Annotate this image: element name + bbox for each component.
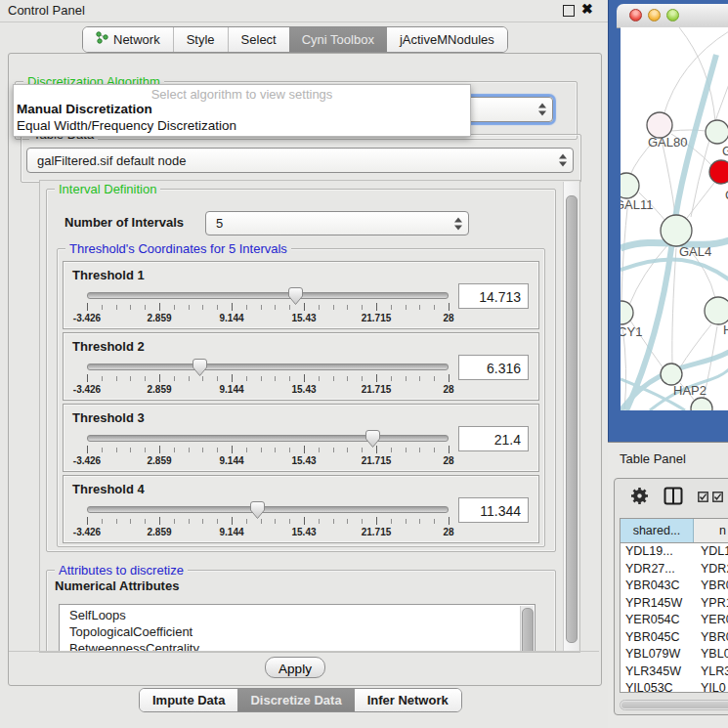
table-row[interactable]: YLR345WYLR3	[621, 664, 728, 681]
major-tick	[304, 374, 305, 382]
table-row[interactable]: YBR045CYBR0	[621, 629, 728, 647]
network-node[interactable]	[661, 364, 682, 385]
tick-label: 28	[443, 527, 453, 537]
threshold-panel: Threshold 4 -3.4262.8599.14415.4321.7152…	[63, 475, 539, 543]
slider-track[interactable]	[87, 435, 449, 442]
threshold-slider[interactable]: -3.4262.8599.14415.4321.71528	[87, 285, 449, 326]
zoom-light[interactable]	[666, 9, 679, 21]
list-item[interactable]: TopologicalCoefficient	[60, 623, 535, 640]
tab-jactivemnodules[interactable]: jActiveMNodules	[387, 27, 507, 52]
cell-shared-name[interactable]: YBR045C	[621, 629, 693, 647]
cell-shared-name[interactable]: YPR145W	[621, 595, 693, 613]
tab-discretize-data[interactable]: Discretize Data	[237, 689, 354, 711]
scrollbar-thumb[interactable]	[566, 195, 578, 643]
slider-thumb[interactable]	[364, 429, 381, 449]
cell-name[interactable]: YDL1	[693, 543, 728, 561]
tab-impute-data[interactable]: Impute Data	[140, 689, 237, 711]
network-node[interactable]	[691, 398, 712, 410]
number-of-intervals-combobox[interactable]: 5	[205, 211, 469, 236]
table-horizontal-scrollbar[interactable]	[620, 700, 728, 710]
scrollbar-thumb[interactable]	[621, 702, 728, 708]
network-window-titlebar[interactable]	[617, 4, 728, 28]
threshold-value-box[interactable]: 11.344	[458, 497, 529, 523]
tick-label: 28	[443, 313, 453, 323]
network-node-selected[interactable]	[709, 160, 728, 184]
tick-label: 2.859	[147, 455, 171, 466]
network-icon	[96, 27, 108, 52]
threshold-slider[interactable]: -3.4262.8599.14415.4321.71528	[87, 499, 449, 540]
slider-thumb[interactable]	[287, 286, 304, 306]
slider-track[interactable]	[87, 292, 449, 299]
threshold-slider[interactable]: -3.4262.8599.14415.4321.71528	[87, 357, 449, 398]
close-light[interactable]	[629, 9, 642, 21]
cell-shared-name[interactable]: YDL19...	[621, 543, 693, 561]
tick-label: 15.43	[291, 527, 316, 537]
float-icon[interactable]	[563, 5, 575, 17]
major-tick	[376, 517, 377, 525]
list-item[interactable]: SelfLoops	[60, 607, 535, 623]
cell-name[interactable]: YIL0	[693, 680, 728, 693]
group-title: Threshold's Coordinates for 5 Intervals	[65, 241, 291, 256]
apply-button[interactable]: Apply	[265, 657, 325, 678]
tab-cyni-toolbox[interactable]: Cyni Toolbox	[289, 27, 387, 52]
algorithm-dropdown-popup: Select algorithm to view settings Manual…	[13, 84, 471, 137]
threshold-slider[interactable]: -3.4262.8599.14415.4321.71528	[87, 428, 449, 469]
popup-option-equal-width[interactable]: Equal Width/Frequency Discretization	[14, 118, 470, 135]
bottom-tab-bar: Impute Data Discretize Data Infer Networ…	[139, 688, 462, 712]
cell-name[interactable]: YBR0	[693, 629, 728, 647]
cell-shared-name[interactable]: YBR043C	[621, 578, 693, 595]
table-row[interactable]: YDR27...YDR2	[621, 561, 728, 578]
slider-thumb[interactable]	[192, 358, 208, 377]
network-node[interactable]	[706, 120, 728, 144]
threshold-value-box[interactable]: 14.713	[458, 283, 529, 309]
cell-name[interactable]: YPR1	[693, 595, 728, 613]
slider-thumb[interactable]	[249, 500, 266, 520]
cell-shared-name[interactable]: YER054C	[621, 612, 693, 629]
tab-infer-network[interactable]: Infer Network	[355, 689, 461, 711]
settings-vertical-scrollbar[interactable]	[563, 182, 578, 651]
cell-name[interactable]: YBR0	[693, 578, 728, 595]
cell-name[interactable]: YLR3	[693, 664, 728, 681]
table-data-combobox[interactable]: galFiltered.sif default node	[26, 148, 574, 173]
table-row[interactable]: YDL19...YDL1	[621, 543, 728, 561]
table-row[interactable]: YBL079WYBL0	[621, 646, 728, 664]
network-node[interactable]	[705, 297, 728, 324]
cell-shared-name[interactable]: YIL053C	[621, 680, 693, 693]
minimize-light[interactable]	[648, 9, 661, 21]
popup-option-manual[interactable]: Manual Discretization	[14, 102, 470, 118]
gear-icon[interactable]	[630, 487, 649, 508]
table-row[interactable]: YPR145WYPR1	[621, 595, 728, 613]
tab-select[interactable]: Select	[228, 27, 289, 52]
slider-track[interactable]	[87, 506, 449, 513]
split-column-icon[interactable]	[664, 487, 683, 508]
numerical-attributes-list[interactable]: SelfLoopsTopologicalCoefficientBetweenne…	[59, 604, 535, 653]
cell-name[interactable]: YBL0	[693, 646, 728, 664]
column-header-shared[interactable]: shared...	[621, 519, 694, 542]
cell-name[interactable]: YER0	[693, 612, 728, 629]
network-node[interactable]	[621, 301, 633, 324]
threshold-value-box[interactable]: 21.4	[458, 426, 529, 451]
threshold-panel: Threshold 3 -3.4262.8599.14415.4321.7152…	[63, 404, 539, 472]
node-label: GAL80	[648, 135, 687, 150]
attributes-scrollbar[interactable]	[520, 606, 534, 653]
column-header-name[interactable]: n	[694, 519, 728, 542]
checkbox-icon[interactable]	[712, 491, 723, 505]
table-row[interactable]: YBR043CYBR0	[621, 578, 728, 595]
scrollbar-thumb[interactable]	[522, 608, 534, 653]
network-node[interactable]	[621, 173, 639, 198]
slider-track[interactable]	[87, 364, 449, 370]
cell-shared-name[interactable]: YLR345W	[621, 664, 693, 681]
threshold-value-box[interactable]: 6.316	[458, 355, 529, 380]
network-canvas[interactable]: GAL80 G GAL11 C GAL4 GCY1 H HAP2	[621, 27, 728, 410]
cell-shared-name[interactable]: YDR27...	[621, 561, 693, 578]
cell-name[interactable]: YDR2	[693, 561, 728, 578]
close-icon[interactable]: ✖	[581, 1, 593, 17]
table-row[interactable]: YER054CYER0	[621, 612, 728, 629]
tab-network[interactable]: Network	[83, 27, 173, 52]
tab-style[interactable]: Style	[173, 27, 228, 52]
table-row[interactable]: YIL053CYIL0	[621, 680, 728, 693]
network-node[interactable]	[661, 215, 692, 246]
cell-shared-name[interactable]: YBL079W	[621, 646, 693, 664]
top-tab-bar: Network Style Select Cyni Toolbox jActiv…	[82, 26, 508, 53]
checkbox-icon[interactable]	[698, 491, 708, 505]
